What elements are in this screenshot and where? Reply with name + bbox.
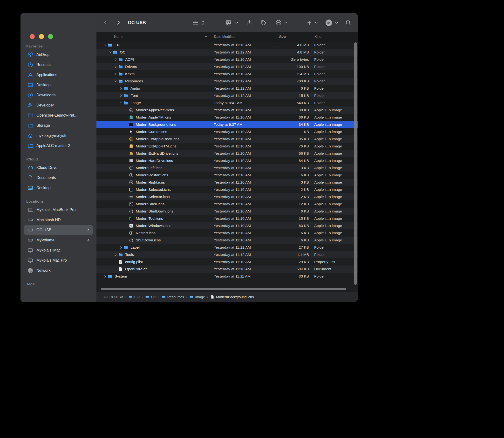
- sidebar-item-macintosh-hd[interactable]: Macintosh HD: [24, 215, 93, 225]
- file-row-moderntool-icns[interactable]: ModernTool.icnsYesterday at 11:10 AM15 K…: [96, 215, 358, 222]
- sidebar-item-applications[interactable]: Applications: [24, 70, 93, 80]
- path-item-efi[interactable]: EFI: [128, 295, 140, 299]
- file-row-modernselected-icns[interactable]: ModernSelected.icnsYesterday at 11:10 AM…: [96, 186, 358, 193]
- back-button[interactable]: [103, 13, 108, 32]
- sidebar-item-myvolume[interactable]: MyVolume: [24, 235, 93, 245]
- sidebar-item-desktop[interactable]: Desktop: [24, 183, 93, 193]
- new-item-chevron-icon[interactable]: [314, 13, 318, 32]
- sidebar-item-developer[interactable]: Developer: [24, 100, 93, 110]
- file-row-kexts[interactable]: KextsYesterday at 11:10 AM2.4 MBFolder: [96, 70, 358, 77]
- disclosure-closed-icon[interactable]: [119, 87, 123, 90]
- path-item-oc-usb[interactable]: OC-USB: [104, 295, 123, 299]
- file-row-modernapplerecv-icns[interactable]: ModernAppleRecv.icnsYesterday at 11:10 A…: [96, 107, 358, 114]
- file-row-config-plist[interactable]: config.plistYesterday at 11:10 AM29 KBPr…: [96, 258, 358, 265]
- file-row-modernextharddrive-icns[interactable]: ModernExtHardDrive.icnsYesterday at 11:1…: [96, 150, 358, 157]
- disclosure-open-icon[interactable]: [103, 44, 107, 46]
- close-button[interactable]: [30, 34, 35, 39]
- disclosure-closed-icon[interactable]: [114, 73, 118, 76]
- disclosure-closed-icon[interactable]: [119, 246, 123, 249]
- file-row-modernrestart-icns[interactable]: ModernRestart.icnsYesterday at 11:10 AM6…: [96, 172, 358, 179]
- disclosure-closed-icon[interactable]: [119, 94, 123, 97]
- column-kind[interactable]: Kind: [311, 32, 358, 41]
- sidebar-item-network[interactable]: Network: [24, 265, 93, 276]
- file-row-efi[interactable]: EFIYesterday at 11:16 AM4.8 MBFolder: [96, 42, 358, 49]
- file-row-modernselector-icns[interactable]: ModernSelector.icnsYesterday at 11:10 AM…: [96, 193, 358, 200]
- avatar[interactable]: M: [326, 13, 332, 32]
- file-row-shutdown-icns[interactable]: ShutDown.icnsYesterday at 11:10 AM6 KBAp…: [96, 237, 358, 244]
- file-row-modernright-icns[interactable]: ModernRight.icnsYesterday at 11:10 AM3 K…: [96, 179, 358, 186]
- sidebar-item-downloads[interactable]: Downloads: [24, 90, 93, 100]
- view-list-button[interactable]: [193, 13, 199, 32]
- eject-icon[interactable]: [86, 228, 91, 232]
- file-row-audio[interactable]: AudioYesterday at 11:12 AM6 KBFolder: [96, 85, 358, 92]
- cell-kind: Folder: [311, 72, 358, 76]
- new-item-button[interactable]: [307, 13, 312, 32]
- sidebar-item-storage[interactable]: Storage: [24, 120, 93, 131]
- sidebar-item-documents[interactable]: Documents: [24, 173, 93, 183]
- path-item-resources[interactable]: Resources: [161, 295, 184, 299]
- file-row-font[interactable]: FontYesterday at 11:12 AM15 KBFolder: [96, 92, 358, 99]
- disclosure-closed-icon[interactable]: [103, 275, 107, 278]
- disclosure-open-icon[interactable]: [114, 80, 118, 83]
- file-row-tools[interactable]: ToolsYesterday at 11:12 AM1.1 MBFolder: [96, 251, 358, 258]
- zoom-button[interactable]: [48, 34, 53, 39]
- column-name[interactable]: Name: [96, 32, 211, 41]
- sidebar-item-recents[interactable]: Recents: [24, 60, 93, 70]
- horizontal-scrollbar[interactable]: [101, 288, 346, 290]
- file-row-resources[interactable]: ResourcesYesterday at 11:12 AM703 KBFold…: [96, 77, 358, 85]
- sidebar-item-mykola-s-mac-pro[interactable]: Mykola’s Mac Pro: [24, 255, 93, 265]
- file-row-modernharddrive-icns[interactable]: ModernHardDrive.icnsYesterday at 11:10 A…: [96, 157, 358, 164]
- disclosure-closed-icon[interactable]: [114, 253, 118, 256]
- sidebar-item-applealc-master-2[interactable]: AppleALC-master-2: [24, 141, 93, 151]
- file-row-modernwindows-icns[interactable]: ModernWindows.icnsYesterday at 11:10 AM6…: [96, 222, 358, 229]
- share-button[interactable]: [246, 13, 252, 32]
- file-row-modernextappletm-icns[interactable]: ModernExtAppleTM.icnsYesterday at 11:10 …: [96, 143, 358, 150]
- file-row-moderncursor-icns[interactable]: ModernCursor.icnsYesterday at 11:10 AM1 …: [96, 128, 358, 135]
- file-row-opencore-efi[interactable]: OpenCore.efiYesterday at 11:10 AM504 KBD…: [96, 265, 358, 273]
- sidebar-item-mykola-s-macbook-pro[interactable]: Mykola’s MacBook Pro: [24, 205, 93, 215]
- eject-icon[interactable]: [86, 238, 91, 242]
- search-button[interactable]: [345, 13, 351, 32]
- cell-kind: Folder: [311, 245, 358, 250]
- group-button[interactable]: [225, 13, 232, 32]
- folder-icon: [118, 252, 124, 257]
- vertical-scrollbar[interactable]: [354, 42, 357, 285]
- file-row-drivers[interactable]: DriversYesterday at 11:12 AM100 KBFolder: [96, 63, 358, 70]
- file-row-modernbackground-icns[interactable]: ModernBackground.icnsToday at 9:37 AM34 …: [96, 121, 358, 128]
- sidebar-item-mykola-s-imac[interactable]: Mykola’s iMac: [24, 245, 93, 255]
- column-date-modified[interactable]: Date Modified: [211, 32, 277, 41]
- disclosure-open-icon[interactable]: [108, 51, 112, 54]
- disclosure-closed-icon[interactable]: [114, 58, 118, 61]
- file-row-acpi[interactable]: ACPIYesterday at 11:10 AMZero bytesFolde…: [96, 56, 358, 63]
- file-row-modernshutdown-icns[interactable]: ModernShutDown.icnsYesterday at 11:10 AM…: [96, 208, 358, 215]
- disclosure-open-icon[interactable]: [119, 101, 123, 104]
- file-row-modernappletm-icns[interactable]: ModernAppleTM.icnsYesterday at 11:10 AM6…: [96, 114, 358, 121]
- avatar-chevron-icon[interactable]: [335, 13, 338, 32]
- group-chevron-icon[interactable]: [235, 13, 239, 32]
- path-item-modernbackground-icns[interactable]: ModernBackground.icns: [210, 295, 254, 299]
- file-row-modernleft-icns[interactable]: ModernLeft.icnsYesterday at 11:10 AM3 KB…: [96, 164, 358, 172]
- file-row-system[interactable]: SystemYesterday at 11:11 AM33 KBFolder: [96, 273, 358, 280]
- path-item-oc[interactable]: OC: [145, 295, 156, 299]
- file-row-restart-icns[interactable]: Restart.icnsYesterday at 11:10 AM6 KBApp…: [96, 229, 358, 237]
- file-row-image[interactable]: ImageToday at 9:41 AM649 KBFolder: [96, 99, 358, 107]
- minimize-button[interactable]: [39, 34, 44, 39]
- view-sort-control[interactable]: [201, 13, 205, 32]
- sidebar-item-oc-usb[interactable]: OC-USB: [24, 225, 93, 235]
- file-row-oc[interactable]: OCYesterday at 11:12 AM4.8 MBFolder: [96, 49, 358, 56]
- tag-button[interactable]: [260, 13, 266, 32]
- more-chevron-icon[interactable]: [284, 13, 288, 32]
- file-row-label[interactable]: LabelYesterday at 11:12 AM27 KBFolder: [96, 244, 358, 251]
- path-item-image[interactable]: Image: [189, 295, 205, 299]
- sidebar-item-opencore-legacy-pat[interactable]: Opencore-Legacy-Pat...: [24, 110, 93, 120]
- more-actions-button[interactable]: [275, 13, 282, 32]
- file-row-modernextapplerecv-icns[interactable]: ModernExtAppleRecv.icnsYesterday at 11:1…: [96, 135, 358, 143]
- sidebar-item-mykolagrymalyuk[interactable]: mykolagrymalyuk: [24, 131, 93, 141]
- sidebar-item-desktop[interactable]: Desktop: [24, 80, 93, 90]
- forward-button[interactable]: [116, 13, 121, 32]
- disclosure-closed-icon[interactable]: [114, 65, 118, 68]
- file-row-modernshell-icns[interactable]: ModernShell.icnsYesterday at 11:10 AM12 …: [96, 200, 358, 208]
- column-size[interactable]: Size: [277, 32, 311, 41]
- sidebar-item-airdrop[interactable]: AirDrop: [24, 50, 93, 60]
- sidebar-item-icloud-drive[interactable]: iCloud Drive: [24, 163, 93, 173]
